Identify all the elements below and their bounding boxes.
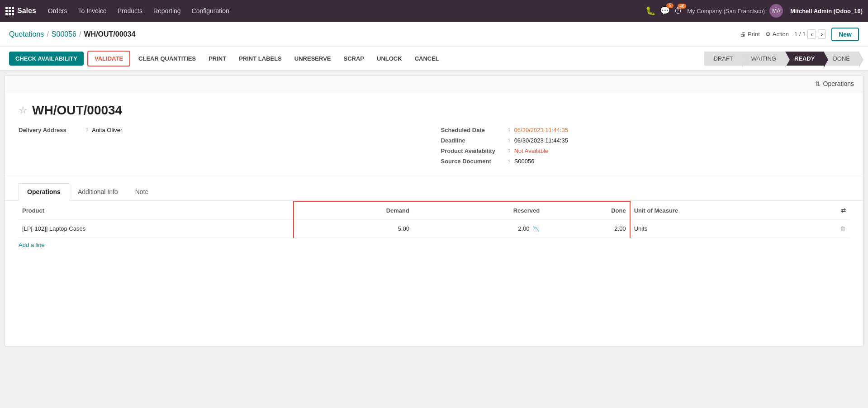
scheduled-date-help: ? <box>508 128 511 133</box>
document-header: ☆ WH/OUT/00034 Delivery Address ? Anita … <box>5 92 863 174</box>
deadline-label: Deadline <box>441 137 504 144</box>
product-cell: [LP[-102]] Laptop Cases <box>19 220 294 238</box>
breadcrumb: Quotations / S00056 / WH/OUT/00034 <box>9 30 135 38</box>
doc-title: WH/OUT/00034 <box>32 103 122 118</box>
unit-cell: Units 🗑 <box>630 220 849 238</box>
nav-icons: 🐛 💬 5 ⏱ 46 My Company (San Francisco) MA… <box>645 4 863 18</box>
new-button[interactable]: New <box>831 28 859 41</box>
clear-quantities-button[interactable]: CLEAR QUANTITIES <box>134 52 200 66</box>
operations-top-bar: ⇅ Operations <box>5 76 863 92</box>
col-done-header: Done <box>543 201 630 220</box>
breadcrumb-sep2: / <box>79 30 81 38</box>
activity-badge: 46 <box>678 4 686 9</box>
brand-name: Sales <box>17 7 36 15</box>
prev-record-button[interactable]: ‹ <box>807 29 816 39</box>
company-name: My Company (San Francisco) <box>687 8 765 14</box>
brand[interactable]: Sales <box>5 7 36 15</box>
nav-orders[interactable]: Orders <box>43 5 72 16</box>
record-nav: 1 / 1 ‹ › <box>794 29 826 39</box>
tabs-bar: Operations Additional Info Note <box>5 183 863 201</box>
right-fields: Scheduled Date ? 06/30/2023 11:44:35 Dea… <box>441 127 850 165</box>
source-document-help: ? <box>508 159 511 164</box>
breadcrumb-current: WH/OUT/00034 <box>84 30 135 38</box>
nav-configuration[interactable]: Configuration <box>187 5 234 16</box>
delivery-address-field: Delivery Address ? Anita Oliver <box>19 127 427 165</box>
grid-icon <box>5 7 14 15</box>
scheduled-date-value: 06/30/2023 11:44:35 <box>514 127 568 133</box>
tab-operations[interactable]: Operations <box>19 183 69 201</box>
col-product-header: Product <box>19 201 294 220</box>
source-document-value: S00056 <box>514 158 535 165</box>
breadcrumb-quotations[interactable]: Quotations <box>9 30 44 38</box>
product-availability-help: ? <box>508 148 511 154</box>
status-waiting[interactable]: WAITING <box>742 52 785 66</box>
source-document-label: Source Document <box>441 158 504 165</box>
breadcrumb-bar: Quotations / S00056 / WH/OUT/00034 🖨 Pri… <box>0 22 868 47</box>
record-position: 1 / 1 <box>794 31 806 38</box>
print-labels-button[interactable]: PRINT LABELS <box>234 52 286 66</box>
deadline-value: 06/30/2023 11:44:35 <box>514 137 568 144</box>
nav-to-invoice[interactable]: To Invoice <box>74 5 111 16</box>
reserved-cell: 2.00 📉 <box>413 220 543 238</box>
nav-products[interactable]: Products <box>113 5 147 16</box>
print-button-action[interactable]: PRINT <box>204 52 231 66</box>
operations-table: Product Demand Reserved Done Unit of Mea… <box>19 201 849 238</box>
delivery-address-label: Delivery Address <box>19 127 82 133</box>
print-button[interactable]: 🖨 Print <box>740 31 760 38</box>
trend-icon: 📉 <box>533 226 540 232</box>
add-line-button[interactable]: Add a line <box>19 238 45 252</box>
col-demand-header: Demand <box>294 201 413 220</box>
main-content: ⇅ Operations ☆ WH/OUT/00034 Delivery Add… <box>5 75 863 346</box>
breadcrumb-s00056[interactable]: S00056 <box>52 30 76 38</box>
tab-additional-info[interactable]: Additional Info <box>69 183 127 200</box>
validate-button[interactable]: VALIDATE <box>87 51 130 66</box>
column-sort-icon[interactable]: ⇄ <box>841 207 846 214</box>
navbar: Sales Orders To Invoice Products Reporti… <box>0 0 868 22</box>
nav-reporting[interactable]: Reporting <box>149 5 185 16</box>
breadcrumb-sep1: / <box>47 30 48 38</box>
check-availability-button[interactable]: CHECK AVAILABILITY <box>9 52 84 66</box>
chat-badge: 5 <box>666 3 674 8</box>
delete-icon[interactable]: 🗑 <box>840 225 846 232</box>
delivery-address-help: ? <box>85 128 88 133</box>
breadcrumb-actions: 🖨 Print ⚙ Action 1 / 1 ‹ › New <box>740 28 859 41</box>
cancel-button[interactable]: CANCEL <box>410 52 444 66</box>
product-availability-label: Product Availability <box>441 147 504 154</box>
operations-table-area: Product Demand Reserved Done Unit of Mea… <box>5 201 863 261</box>
operations-top-button[interactable]: ⇅ Operations <box>815 80 854 87</box>
status-ready[interactable]: READY <box>785 52 824 66</box>
next-record-button[interactable]: › <box>818 29 826 39</box>
action-button[interactable]: ⚙ Action <box>765 31 789 38</box>
done-cell[interactable]: 2.00 <box>543 220 630 238</box>
chat-icon[interactable]: 💬 5 <box>660 6 670 16</box>
doc-fields: Delivery Address ? Anita Oliver Schedule… <box>19 127 849 165</box>
deadline-help: ? <box>508 138 511 143</box>
delivery-address-value: Anita Oliver <box>92 127 122 133</box>
user-name: Mitchell Admin (Odoo_16) <box>790 8 863 14</box>
activity-icon[interactable]: ⏱ 46 <box>674 6 683 16</box>
unlock-button[interactable]: UNLOCK <box>372 52 407 66</box>
demand-cell[interactable]: 5.00 <box>294 220 413 238</box>
unreserve-button[interactable]: UNRESERVE <box>290 52 336 66</box>
bug-icon[interactable]: 🐛 <box>645 6 655 16</box>
doc-title-row: ☆ WH/OUT/00034 <box>19 103 849 118</box>
col-unit-header: Unit of Measure ⇄ <box>630 201 849 220</box>
product-availability-value: Not Available <box>514 147 549 154</box>
status-draft[interactable]: DRAFT <box>704 52 742 66</box>
star-icon[interactable]: ☆ <box>19 104 28 116</box>
status-bar: DRAFT WAITING READY DONE <box>704 52 859 66</box>
table-row: [LP[-102]] Laptop Cases 5.00 2.00 📉 2.00… <box>19 220 849 238</box>
col-reserved-header: Reserved <box>413 201 543 220</box>
scrap-button[interactable]: SCRAP <box>339 52 369 66</box>
action-bar: CHECK AVAILABILITY VALIDATE CLEAR QUANTI… <box>0 47 868 71</box>
tab-note[interactable]: Note <box>127 183 157 200</box>
scheduled-date-label: Scheduled Date <box>441 127 504 133</box>
avatar[interactable]: MA <box>769 4 783 18</box>
sort-arrows-icon: ⇅ <box>815 80 821 87</box>
status-done[interactable]: DONE <box>824 52 859 66</box>
